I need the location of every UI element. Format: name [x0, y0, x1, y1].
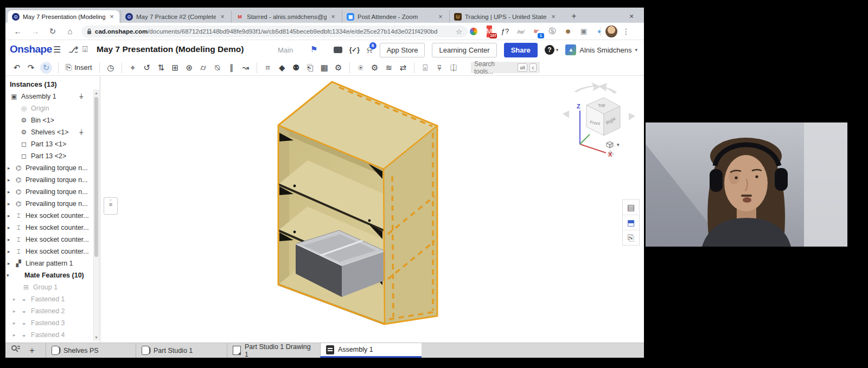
comment-icon[interactable]: [334, 47, 342, 53]
instance-row[interactable]: ▸ ⌶ Hex socket counter...: [5, 234, 100, 246]
panel-toggle-icon[interactable]: ⬒: [623, 215, 639, 230]
instance-row[interactable]: ▸ ⌶ Hex socket counter...: [5, 246, 100, 257]
view-cube[interactable]: Z X Top Front Right: [556, 80, 637, 159]
new-tab-button[interactable]: +: [567, 10, 580, 23]
learning-center-button[interactable]: Learning Center: [432, 43, 496, 57]
tab-close-icon[interactable]: ×: [437, 14, 444, 20]
browser-tab[interactable]: U Tracking | UPS - United States ×: [449, 10, 561, 23]
expand-chevron-icon[interactable]: ▸: [8, 237, 14, 242]
instance-row[interactable]: ⊞ Group 1: [5, 281, 100, 293]
element-tab[interactable]: Assembly 1: [320, 343, 422, 358]
back-icon[interactable]: ←: [12, 25, 24, 37]
extension-icon[interactable]: ☻: [562, 25, 574, 37]
extension-icon[interactable]: ☛ 1: [531, 25, 542, 37]
extension-icon[interactable]: ●: [468, 25, 480, 37]
expand-chevron-icon[interactable]: ▸: [8, 213, 14, 218]
instance-row[interactable]: ◻ Part 13 <1>: [5, 138, 100, 150]
mate-tool-icon[interactable]: ⇅: [154, 61, 168, 74]
relation-tool-icon[interactable]: ⍟: [354, 61, 368, 74]
scroll-up-icon[interactable]: ▲: [94, 91, 99, 95]
mate-tool-icon[interactable]: ⌭: [196, 61, 210, 74]
onshape-logo[interactable]: Onshape: [10, 43, 52, 55]
extension-icon[interactable]: M 107: [483, 25, 495, 37]
expand-chevron-icon[interactable]: ▸: [8, 201, 14, 206]
tab-close-icon[interactable]: ×: [550, 14, 557, 20]
expand-chevron-icon[interactable]: ▸: [8, 177, 14, 183]
library-tool-icon[interactable]: ⍫: [432, 61, 446, 74]
scroll-down-icon[interactable]: ▼: [94, 335, 99, 339]
instance-row[interactable]: ◎ Origin: [5, 102, 100, 114]
url-bar[interactable]: cad.onshape.com/documents/68712d21148bd9…: [81, 25, 468, 37]
mate-tool-icon[interactable]: ↺: [140, 61, 154, 74]
toolbar-icon[interactable]: ↻: [40, 62, 52, 74]
expand-chevron-icon[interactable]: ▸: [13, 296, 20, 302]
feature-script-icon[interactable]: {✓}: [349, 46, 360, 54]
instance-row[interactable]: ▸ ◒ Fastened 3: [5, 317, 100, 329]
user-menu[interactable]: ▲ Alnis Smidchens ▾: [565, 44, 637, 55]
expand-chevron-icon[interactable]: ▸: [8, 165, 14, 171]
assembly-tool-icon[interactable]: ⌗: [261, 61, 275, 74]
instance-row[interactable]: ▸ ⌶ Hex socket counter...: [5, 222, 100, 234]
home-icon[interactable]: ⌂: [64, 25, 76, 37]
extension-icon[interactable]: /re/: [515, 25, 527, 37]
browser-tab[interactable]: ⊙ May 7 Practice #2 (Completed) ×: [120, 10, 230, 23]
element-tab[interactable]: Shelves PS: [46, 343, 136, 358]
history-icon[interactable]: ◷: [104, 61, 118, 74]
bookmark-star-icon[interactable]: ☆: [456, 28, 462, 36]
add-element-button[interactable]: +: [25, 345, 39, 357]
main-menu-icon[interactable]: ☰: [53, 44, 61, 55]
toolbar-icon[interactable]: ↷: [24, 61, 38, 74]
browser-tab[interactable]: ▣ Post Attendee - Zoom ×: [342, 10, 448, 23]
expand-chevron-icon[interactable]: ▸: [8, 261, 14, 266]
mate-tool-icon[interactable]: ∥: [225, 61, 239, 74]
window-close-icon[interactable]: ×: [625, 10, 638, 23]
extension-icon[interactable]: ƒ?: [499, 25, 511, 37]
tab-close-icon[interactable]: ×: [219, 14, 226, 20]
instance-row[interactable]: ▸ ⌶ Hex socket counter...: [5, 210, 100, 222]
graphics-viewport[interactable]: ⌄ ≡: [100, 76, 644, 343]
instance-row[interactable]: ▸ ⌬ Prevailing torque n...: [5, 174, 100, 186]
browser-menu-icon[interactable]: ⋮: [622, 27, 630, 36]
mate-tool-icon[interactable]: ⊞: [168, 61, 182, 74]
expand-chevron-icon[interactable]: ▸: [8, 225, 14, 230]
extension-icon[interactable]: Ⓢ: [546, 25, 558, 37]
forward-icon[interactable]: →: [29, 25, 41, 37]
library-tool-icon[interactable]: ⎅: [446, 61, 461, 74]
element-tab[interactable]: Part Studio 1: [136, 343, 227, 358]
mate-tool-icon[interactable]: ⌖: [126, 61, 140, 74]
versions-icon[interactable]: ⎇: [68, 44, 78, 55]
app-store-button[interactable]: App Store: [380, 43, 425, 57]
instance-row[interactable]: ▸ ⌬ Prevailing torque n...: [5, 186, 100, 198]
insert-button[interactable]: ⎘ Insert: [62, 63, 95, 72]
shelf-assembly-model[interactable]: [263, 79, 556, 333]
expand-chevron-icon[interactable]: ▸: [13, 332, 20, 338]
expand-chevron-icon[interactable]: ▸: [13, 320, 20, 326]
relation-tool-icon[interactable]: ≋: [382, 61, 396, 74]
reload-icon[interactable]: ↻: [47, 25, 59, 37]
tab-close-icon[interactable]: ×: [330, 14, 336, 20]
mate-tool-icon[interactable]: ⍉: [210, 61, 225, 74]
expand-chevron-icon[interactable]: ▸: [13, 308, 20, 314]
browser-tab[interactable]: ⊙ May 7 Presentation (Modeling ×: [8, 10, 119, 23]
extension-icon[interactable]: ▣: [578, 25, 590, 37]
view-options-menu[interactable]: ▾: [605, 140, 620, 150]
tab-close-icon[interactable]: ×: [108, 14, 115, 20]
instance-row[interactable]: ⚙ Bin <1>: [5, 114, 100, 126]
browser-tab[interactable]: M Starred - alnis.smidchens@g ×: [231, 10, 341, 23]
instance-row[interactable]: ▸ ⌬ Prevailing torque n...: [5, 198, 100, 210]
relation-tool-icon[interactable]: ⇄: [396, 61, 410, 74]
instance-row[interactable]: ▸ ▞ Linear pattern 1: [5, 257, 100, 269]
share-button[interactable]: Share: [504, 43, 538, 57]
assembly-tool-icon[interactable]: ▦: [317, 61, 331, 74]
education-flag-icon[interactable]: ⚑: [310, 44, 317, 54]
instance-row[interactable]: ▾ Mate Features (10): [5, 269, 100, 281]
search-tools-input[interactable]: Search tools... alt c: [471, 62, 540, 73]
panel-toggle-icon[interactable]: ⎘: [623, 230, 639, 245]
element-tab[interactable]: Part Studio 1 Drawing 1: [227, 343, 320, 358]
browser-profile-avatar[interactable]: [605, 25, 617, 37]
toolbar-icon[interactable]: ↶: [10, 61, 24, 74]
expand-chevron-icon[interactable]: ▾: [7, 273, 13, 278]
follow-icon[interactable]: ⍗: [82, 44, 88, 54]
library-tool-icon[interactable]: ⌻: [418, 61, 432, 74]
notifications-bell-icon[interactable]: ⍾ 6: [367, 45, 373, 55]
